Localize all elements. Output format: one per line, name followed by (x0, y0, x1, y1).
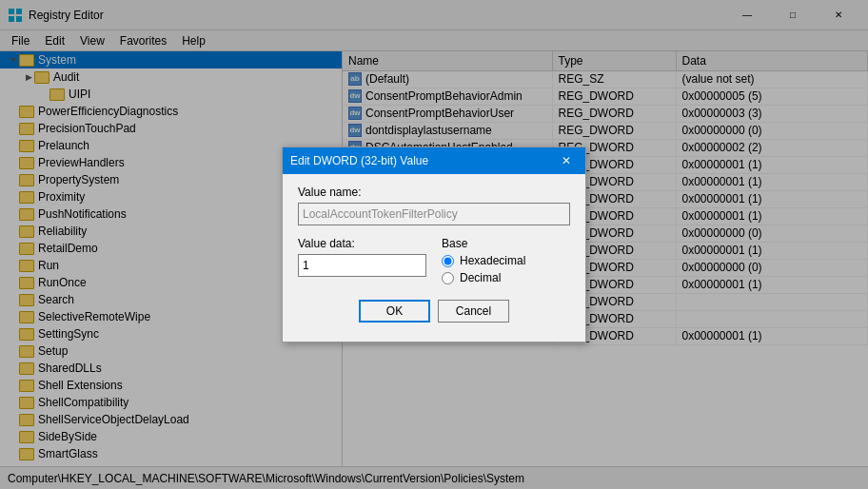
decimal-radio[interactable] (442, 272, 454, 284)
cancel-button[interactable]: Cancel (438, 300, 509, 323)
hexadecimal-option[interactable]: Hexadecimal (442, 254, 570, 267)
base-label: Base (442, 237, 570, 250)
base-col: Base Hexadecimal Decimal (442, 237, 570, 284)
value-data-col: Value data: (298, 237, 426, 284)
decimal-option[interactable]: Decimal (442, 271, 570, 284)
edit-dword-dialog: Edit DWORD (32-bit) Value ✕ Value name: … (282, 147, 586, 342)
value-name-label: Value name: (298, 186, 570, 199)
modal-body: Value name: Value data: Base Hexadecimal (283, 174, 585, 342)
hexadecimal-radio[interactable] (442, 255, 454, 267)
decimal-label: Decimal (460, 271, 501, 284)
modal-buttons: OK Cancel (298, 296, 570, 330)
value-name-input[interactable] (298, 203, 570, 225)
modal-titlebar: Edit DWORD (32-bit) Value ✕ (283, 147, 585, 174)
modal-title: Edit DWORD (32-bit) Value (290, 154, 555, 167)
value-data-input[interactable] (298, 254, 426, 277)
hexadecimal-label: Hexadecimal (460, 254, 525, 267)
base-radio-group: Hexadecimal Decimal (442, 254, 570, 284)
modal-value-row: Value data: Base Hexadecimal Decimal (298, 237, 570, 284)
modal-overlay: Edit DWORD (32-bit) Value ✕ Value name: … (0, 0, 868, 489)
modal-close-button[interactable]: ✕ (555, 149, 578, 172)
ok-button[interactable]: OK (359, 300, 430, 323)
value-data-label: Value data: (298, 237, 426, 250)
